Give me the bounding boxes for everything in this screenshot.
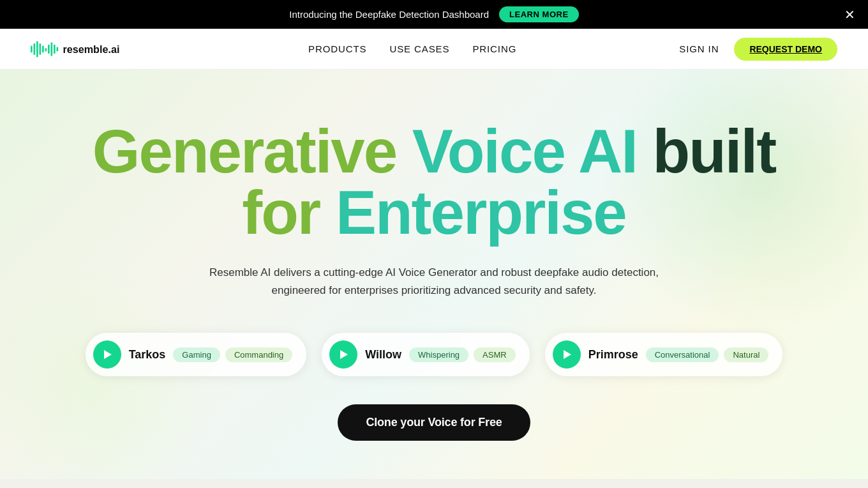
close-announcement-button[interactable]: ✕ [844, 8, 855, 21]
willow-tags: Whispering ASMR [409, 347, 516, 362]
announcement-text: Introducing the Deepfake Detection Dashb… [289, 9, 489, 20]
learn-more-button[interactable]: LEARN MORE [499, 6, 579, 22]
play-icon [338, 349, 348, 360]
tag-asmr: ASMR [474, 347, 516, 362]
logo-svg: resemble.ai [31, 38, 146, 61]
heading-voice: Voice [412, 117, 565, 185]
play-willow-button[interactable] [329, 340, 357, 369]
svg-marker-13 [564, 350, 571, 359]
hero-section: Generative Voice AI built for Enterprise… [0, 70, 868, 479]
heading-for: for [242, 178, 320, 247]
nav-right: SIGN IN REQUEST DEMO [679, 38, 837, 61]
nav-products[interactable]: PRODUCTS [308, 43, 366, 54]
voice-name-primrose: Primrose [588, 348, 638, 362]
heading-generative: Generative [93, 117, 396, 185]
voice-name-willow: Willow [365, 348, 401, 362]
svg-rect-2 [36, 41, 38, 57]
play-icon [102, 349, 112, 360]
tag-natural: Natural [724, 347, 768, 362]
primrose-tags: Conversational Natural [646, 347, 769, 362]
svg-text:resemble.ai: resemble.ai [63, 43, 119, 55]
tag-commanding: Commanding [225, 347, 292, 362]
cta-section: Clone your Voice for Free [338, 404, 530, 441]
voice-name-tarkos: Tarkos [129, 348, 166, 362]
hero-heading: Generative Voice AI built for Enterprise [93, 121, 775, 243]
nav-use-cases[interactable]: USE CASES [389, 43, 449, 54]
voice-cards: Tarkos Gaming Commanding Willow Whisperi… [86, 333, 783, 376]
nav-pricing[interactable]: PRICING [472, 43, 516, 54]
svg-rect-0 [31, 45, 33, 52]
announcement-bar: Introducing the Deepfake Detection Dashb… [0, 0, 868, 29]
logo[interactable]: resemble.ai [31, 38, 146, 61]
nav-links: PRODUCTS USE CASES PRICING [308, 43, 516, 55]
svg-marker-12 [340, 350, 348, 359]
navigation: resemble.ai PRODUCTS USE CASES PRICING S… [0, 29, 868, 70]
svg-rect-1 [34, 43, 36, 55]
voice-card-tarkos: Tarkos Gaming Commanding [86, 333, 307, 376]
play-icon [562, 349, 572, 360]
request-demo-button[interactable]: REQUEST DEMO [734, 38, 837, 61]
sign-in-link[interactable]: SIGN IN [679, 43, 719, 54]
svg-rect-9 [57, 47, 59, 51]
svg-marker-11 [104, 350, 112, 359]
heading-enterprise: Enterprise [336, 178, 626, 247]
hero-subtext: Resemble AI delivers a cutting-edge AI V… [191, 264, 677, 300]
heading-built: built [653, 117, 776, 185]
tarkos-tags: Gaming Commanding [173, 347, 292, 362]
svg-rect-5 [45, 48, 47, 51]
tag-gaming: Gaming [173, 347, 220, 362]
play-tarkos-button[interactable] [93, 340, 121, 369]
voice-card-willow: Willow Whispering ASMR [322, 333, 529, 376]
tag-conversational: Conversational [646, 347, 719, 362]
svg-rect-8 [54, 44, 56, 53]
svg-rect-4 [42, 45, 44, 52]
tag-whispering: Whispering [409, 347, 468, 362]
heading-ai: AI [578, 117, 637, 185]
clone-voice-button[interactable]: Clone your Voice for Free [338, 404, 530, 441]
play-primrose-button[interactable] [553, 340, 581, 369]
voice-card-primrose: Primrose Conversational Natural [545, 333, 783, 376]
svg-rect-3 [40, 43, 41, 55]
svg-rect-7 [51, 42, 53, 56]
svg-rect-6 [48, 44, 50, 53]
